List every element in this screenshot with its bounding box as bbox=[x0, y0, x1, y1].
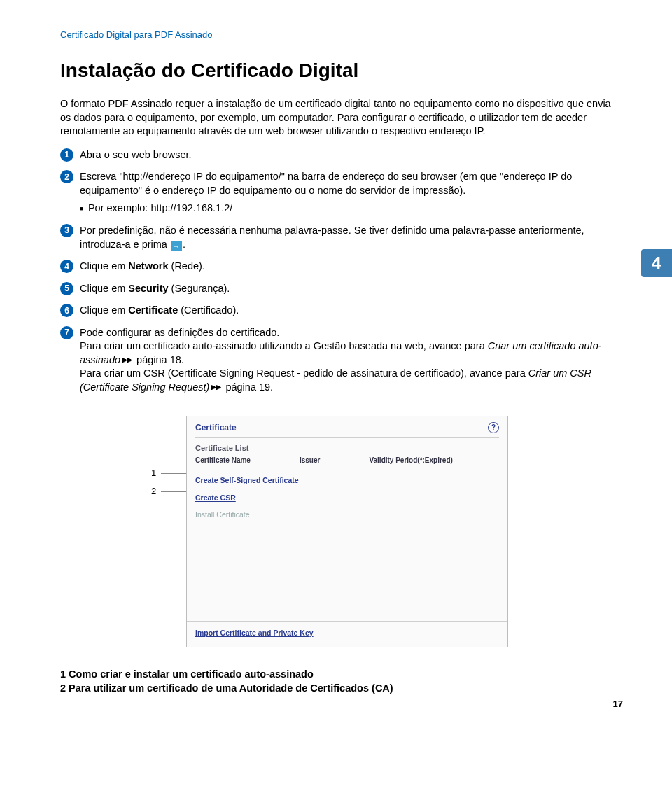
step-3: 3 Por predefinição, não é necessária nen… bbox=[60, 224, 623, 251]
step-number-6: 6 bbox=[60, 304, 74, 317]
step-6-text-a: Clique em bbox=[80, 304, 128, 316]
step-number-4: 4 bbox=[60, 260, 74, 273]
arrow-icon bbox=[171, 241, 182, 251]
callout-column: 1 2 bbox=[60, 416, 186, 466]
legend-1: 1 Como criar e instalar um certificado a… bbox=[60, 668, 623, 680]
step-6: 6 Clique em Certificate (Certificado). bbox=[60, 304, 623, 318]
page-title: Instalação do Certificado Digital bbox=[60, 59, 623, 82]
step-7-line-a: Pode configurar as definições do certifi… bbox=[80, 327, 279, 338]
step-4-text-c: (Rede). bbox=[169, 260, 205, 272]
certificate-panel: Certificate ? Certificate List Certifica… bbox=[186, 416, 508, 647]
step-number-2: 2 bbox=[60, 170, 74, 183]
step-5-text-c: (Segurança). bbox=[169, 283, 230, 294]
step-4-text-a: Clique em bbox=[80, 260, 128, 272]
step-7-line-g: página 19. bbox=[223, 381, 273, 393]
step-7-line-d: página 18. bbox=[134, 354, 184, 365]
panel-col-validity: Validity Period(*:Expired) bbox=[369, 456, 452, 464]
step-number-5: 5 bbox=[60, 282, 74, 295]
callout-2: 2 bbox=[151, 486, 156, 496]
chevron-icon bbox=[120, 354, 134, 365]
step-number-3: 3 bbox=[60, 224, 74, 237]
step-1: 1 Abra o seu web browser. bbox=[60, 148, 623, 162]
panel-col-issuer: Issuer bbox=[300, 456, 320, 464]
chapter-tab: 4 bbox=[641, 249, 672, 277]
step-7-line-b: Para criar um certificado auto-assinado … bbox=[80, 340, 488, 351]
callout-1: 1 bbox=[151, 468, 156, 478]
step-1-text: Abra o seu web browser. bbox=[80, 149, 192, 160]
step-2-example: Por exemplo: http://192.168.1.2/ bbox=[80, 202, 623, 216]
step-5: 5 Clique em Security (Segurança). bbox=[60, 282, 623, 296]
panel-list-title: Certificate List bbox=[187, 440, 507, 454]
step-6-bold: Certificate bbox=[128, 304, 178, 316]
step-3-text-a: Por predefinição, não é necessária nenhu… bbox=[80, 225, 584, 250]
step-4: 4 Clique em Network (Rede). bbox=[60, 260, 623, 274]
step-3-text-b: . bbox=[183, 239, 186, 250]
step-list: 1 Abra o seu web browser. 2 Escreva "htt… bbox=[60, 148, 623, 395]
create-csr-link[interactable]: Create CSR bbox=[187, 489, 507, 506]
step-5-text-a: Clique em bbox=[80, 283, 128, 294]
step-number-1: 1 bbox=[60, 148, 74, 162]
step-2-text: Escreva "http://endereço IP do equipamen… bbox=[80, 171, 572, 196]
breadcrumb: Certificado Digital para PDF Assinado bbox=[60, 29, 623, 40]
legend-2: 2 Para utilizar um certificado de uma Au… bbox=[60, 682, 623, 694]
certificate-panel-figure: 1 2 Certificate ? Certificate List Certi… bbox=[60, 416, 623, 647]
help-icon[interactable]: ? bbox=[488, 422, 499, 433]
step-2: 2 Escreva "http://endereço IP do equipam… bbox=[60, 170, 623, 216]
import-cert-link[interactable]: Import Certificate and Private Key bbox=[195, 629, 499, 637]
step-4-bold: Network bbox=[128, 260, 168, 272]
panel-columns: Certificate Name Issuer Validity Period(… bbox=[187, 454, 507, 468]
install-certificate-link: Install Certificate bbox=[187, 506, 507, 523]
step-5-bold: Security bbox=[128, 283, 168, 294]
panel-col-name: Certificate Name bbox=[195, 456, 251, 464]
step-number-7: 7 bbox=[60, 326, 74, 339]
create-self-signed-link[interactable]: Create Self-Signed Certificate bbox=[187, 472, 507, 489]
figure-legend: 1 Como criar e instalar um certificado a… bbox=[60, 668, 623, 694]
chevron-icon bbox=[209, 381, 223, 393]
step-7-line-e: Para criar um CSR (Certificate Signing R… bbox=[80, 367, 528, 379]
intro-paragraph: O formato PDF Assinado requer a instalaç… bbox=[60, 97, 623, 139]
step-7: 7 Pode configurar as definições do certi… bbox=[60, 326, 623, 395]
step-6-text-c: (Certificado). bbox=[178, 304, 239, 316]
page-number: 17 bbox=[613, 699, 623, 709]
panel-title: Certificate bbox=[195, 423, 237, 433]
